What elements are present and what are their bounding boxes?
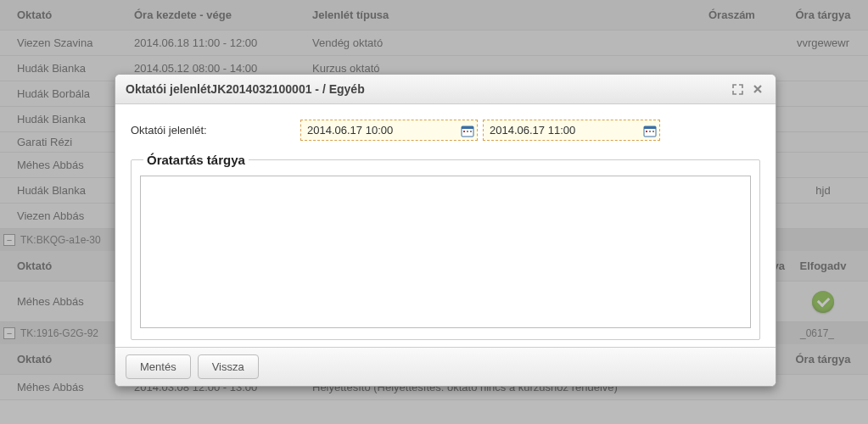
save-button[interactable]: Mentés (126, 354, 191, 379)
close-icon[interactable] (750, 81, 765, 97)
svg-rect-3 (467, 131, 468, 132)
dialog-title: Oktatói jelenlétJK2014032100001 - / Egyé… (126, 82, 725, 96)
fieldset-legend: Óratartás tárgya (143, 153, 249, 167)
date-from-input[interactable] (304, 122, 461, 138)
back-button[interactable]: Vissza (198, 354, 259, 379)
expand-icon[interactable] (730, 81, 745, 97)
oratartas-textarea[interactable] (140, 176, 751, 328)
svg-rect-4 (470, 131, 472, 132)
svg-rect-1 (462, 126, 473, 129)
svg-rect-8 (649, 131, 651, 132)
calendar-icon[interactable] (643, 124, 657, 137)
calendar-icon[interactable] (461, 124, 474, 137)
svg-rect-6 (644, 126, 656, 129)
dialog-footer: Mentés Vissza (115, 347, 776, 386)
dialog-header[interactable]: Oktatói jelenlétJK2014032100001 - / Egyé… (115, 75, 776, 104)
svg-rect-2 (463, 131, 465, 132)
date-from-wrap (300, 120, 478, 141)
form-label-jelenlet: Oktatói jelenlét: (131, 124, 300, 137)
date-to-wrap (483, 120, 660, 141)
date-to-input[interactable] (486, 122, 643, 138)
svg-rect-7 (646, 131, 647, 132)
fieldset-oratartas: Óratartás tárgya (131, 153, 760, 340)
svg-rect-9 (652, 131, 654, 132)
dialog-body: Oktatói jelenlét: Óratartás tárgya (115, 104, 776, 347)
dialog: Oktatói jelenlétJK2014032100001 - / Egyé… (115, 74, 776, 387)
form-row-dates: Oktatói jelenlét: (131, 120, 760, 141)
